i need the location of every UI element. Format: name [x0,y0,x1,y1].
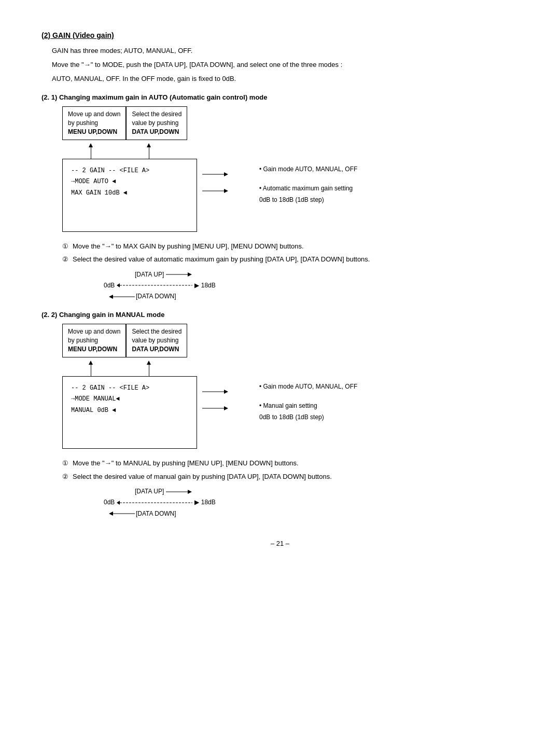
page-number: – 21 – [41,540,519,547]
svg-marker-1 [224,172,228,176]
intro-line-2: Move the "→" to MODE, push the [DATA UP]… [52,60,519,71]
subsection2-title: (2. 2) Changing gain in MANUAL mode [41,311,519,319]
subsection1-title: (2. 1) Changing maximum gain in AUTO (Au… [41,93,519,101]
section-title: (2) GAIN (Video gain) [41,31,519,39]
menu-annotations-2: • Gain mode AUTO, MANUAL, OFF • Manual g… [259,376,357,423]
menu-box-2: -- 2 GAIN -- <FILE A> →MODE MANUAL◄ MANU… [62,376,197,449]
intro-line-3: AUTO, MANUAL, OFF. In the OFF mode, gain… [52,74,519,85]
svg-marker-11 [224,390,228,394]
instr-box-menu-up-down-1: Move up and down by pushing MENU UP,DOWN [62,106,126,140]
instr-box-data-up-down-1: Select the desired value by pushing DATA… [126,106,187,140]
subsection2-step2: ② Select the desired value of manual gai… [62,472,519,482]
arrow-to-0db-2 [202,403,228,413]
subsection1-step1: ① Move the "→" to MAX GAIN by pushing [M… [62,241,519,252]
svg-marker-5 [188,272,192,277]
subsection1-step2: ② Select the desired value of automatic … [62,254,519,265]
intro-line-1: GAIN has three modes; AUTO, MANUAL, OFF. [52,46,519,57]
svg-marker-13 [224,406,228,410]
instr-box-menu-up-down-2: Move up and down by pushing MENU UP,DOWN [62,324,126,357]
data-range-diagram-2: [DATA UP] 0dB ▶ 18dB [DATA DOWN] [104,487,519,519]
svg-marker-18 [109,512,113,516]
arrow-to-manual-2 [202,387,228,397]
menu-annotations-1: • Gain mode AUTO, MANUAL, OFF • Automati… [259,159,357,206]
data-range-diagram-1: [DATA UP] 0dB ▶ 18dB [DATA DOWN] [104,270,519,302]
menu-box-1: -- 2 GAIN -- <FILE A> →MODE AUTO ◄ MAX G… [62,159,197,232]
arrow-to-10db-1 [202,186,228,196]
svg-marker-8 [109,295,113,299]
subsection2-step1: ① Move the "→" to MANUAL by pushing [MEN… [62,458,519,468]
instr-box-data-up-down-2: Select the desired value by pushing DATA… [126,324,187,357]
svg-marker-3 [224,189,228,193]
arrow-to-auto-1 [202,169,228,180]
svg-marker-15 [188,490,192,494]
